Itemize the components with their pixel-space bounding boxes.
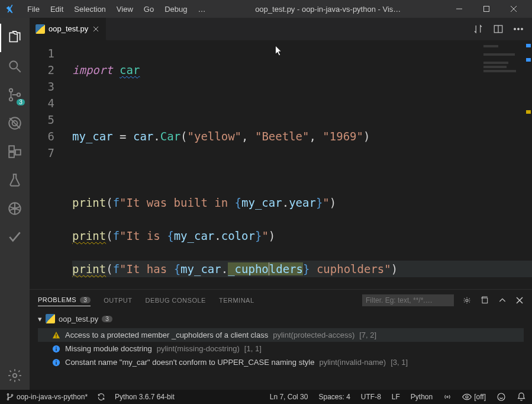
- code-line: [72, 161, 532, 178]
- close-button[interactable]: [500, 0, 527, 18]
- more-actions-icon[interactable]: [513, 27, 524, 31]
- svg-point-40: [466, 396, 468, 398]
- svg-rect-32: [56, 347, 56, 347]
- code-line: print(f"It has {my_car._cupholders} cuph…: [72, 261, 532, 277]
- menu-view[interactable]: View: [112, 2, 138, 16]
- svg-point-6: [9, 89, 12, 92]
- window-controls: [446, 0, 527, 18]
- status-preview[interactable]: [off]: [462, 393, 486, 401]
- problem-item[interactable]: Access to a protected member _cupholders…: [38, 328, 524, 342]
- problem-file-count: 3: [102, 316, 112, 322]
- menu-go[interactable]: Go: [139, 2, 159, 16]
- window-title: oop_test.py - oop-in-java-vs-python - Vi…: [210, 5, 446, 14]
- status-indent[interactable]: Spaces: 4: [318, 393, 350, 401]
- split-editor-icon[interactable]: [493, 24, 504, 34]
- code-line: [72, 95, 532, 111]
- tab-oop-test[interactable]: oop_test.py: [30, 18, 107, 40]
- status-encoding[interactable]: UTF-8: [361, 393, 381, 401]
- minimap[interactable]: [483, 45, 525, 122]
- search-icon[interactable]: [0, 52, 30, 81]
- status-sync[interactable]: [97, 393, 105, 401]
- warning-icon: [52, 331, 60, 339]
- overview-ruler[interactable]: [525, 40, 532, 289]
- svg-point-36: [7, 394, 9, 396]
- live-share-icon[interactable]: [0, 194, 30, 223]
- git-branch-icon: [6, 393, 14, 401]
- minimize-button[interactable]: [446, 0, 473, 18]
- checkmark-icon[interactable]: [0, 223, 30, 251]
- status-branch[interactable]: oop-in-java-vs-python*: [6, 393, 88, 401]
- chevron-up-icon[interactable]: [498, 296, 507, 305]
- status-python[interactable]: Python 3.6.7 64-bit: [115, 393, 175, 401]
- code-line: my_car = car.Car("yellow", "Beetle", "19…: [72, 128, 532, 145]
- code-line: import car: [72, 62, 532, 78]
- bell-icon[interactable]: [517, 392, 526, 402]
- problem-file-group[interactable]: ▾ oop_test.py 3: [38, 314, 524, 323]
- panel-tab-problems[interactable]: PROBLEMS 3: [38, 296, 91, 306]
- test-icon[interactable]: [0, 166, 30, 194]
- feedback-smiley-icon[interactable]: [496, 392, 506, 402]
- status-cursor-pos[interactable]: Ln 7, Col 30: [270, 393, 308, 401]
- eye-icon: [462, 393, 472, 400]
- svg-point-41: [498, 393, 505, 400]
- svg-point-16: [13, 374, 17, 378]
- debug-icon[interactable]: [0, 109, 30, 137]
- panel-tab-debug-console[interactable]: DEBUG CONSOLE: [145, 297, 205, 304]
- info-icon: [52, 358, 60, 367]
- svg-rect-29: [56, 336, 56, 337]
- tab-close-icon[interactable]: [92, 25, 100, 33]
- code-line: print(f"It is {my_car.color}"): [72, 227, 532, 244]
- menu-file[interactable]: File: [22, 2, 44, 16]
- titlebar: File Edit Selection View Go Debug … oop_…: [0, 0, 532, 18]
- panel-close-icon[interactable]: [515, 296, 524, 304]
- panel-tab-terminal[interactable]: TERMINAL: [219, 297, 254, 304]
- status-preview-eye[interactable]: [443, 393, 452, 401]
- menu-edit[interactable]: Edit: [46, 2, 68, 16]
- main-area: 3 oop_test.py: [0, 18, 532, 390]
- settings-gear-icon[interactable]: [0, 361, 30, 390]
- svg-line-11: [9, 118, 20, 128]
- sync-icon: [97, 393, 105, 401]
- code-editor[interactable]: 1 2 3 4 5 6 7 import car my_car = car.Ca…: [30, 40, 532, 289]
- source-control-icon[interactable]: 3: [0, 81, 30, 109]
- svg-point-38: [11, 395, 13, 396]
- collapse-all-icon[interactable]: [480, 296, 489, 305]
- tab-filename: oop_test.py: [49, 24, 88, 33]
- maximize-button[interactable]: [473, 0, 500, 18]
- svg-rect-25: [482, 298, 488, 303]
- code-line: print(f"It was built in {my_car.year}"): [72, 194, 532, 211]
- problem-item[interactable]: Constant name "my_car" doesn't conform t…: [38, 355, 524, 369]
- status-eol[interactable]: LF: [392, 393, 400, 401]
- bottom-panel: PROBLEMS 3 OUTPUT DEBUG CONSOLE TERMINAL…: [30, 289, 532, 390]
- explorer-icon[interactable]: [0, 24, 30, 52]
- problem-item[interactable]: Missing module docstring pylint(missing-…: [38, 342, 524, 355]
- svg-rect-14: [15, 150, 21, 155]
- extensions-icon[interactable]: [0, 137, 30, 166]
- panel-tabs: PROBLEMS 3 OUTPUT DEBUG CONSOLE TERMINAL: [30, 290, 532, 310]
- svg-point-24: [466, 299, 468, 302]
- problems-body: ▾ oop_test.py 3 Access to a protected me…: [30, 310, 532, 390]
- svg-point-22: [518, 28, 520, 30]
- svg-rect-28: [56, 334, 56, 336]
- menu-selection[interactable]: Selection: [69, 2, 110, 16]
- editor-group: oop_test.py 1 2 3 4 5 6 7 import car my_…: [30, 18, 532, 390]
- scm-badge: 3: [17, 99, 25, 105]
- svg-point-37: [7, 399, 9, 400]
- svg-rect-34: [56, 362, 56, 364]
- filter-settings-icon[interactable]: [462, 296, 472, 305]
- problems-filter-input[interactable]: [362, 294, 454, 306]
- code-content[interactable]: import car my_car = car.Car("yellow", "B…: [65, 40, 532, 289]
- broadcast-icon: [443, 393, 452, 401]
- chevron-down-icon: ▾: [38, 315, 42, 323]
- problems-count-badge: 3: [80, 297, 91, 303]
- python-file-icon: [46, 314, 55, 323]
- compare-changes-icon[interactable]: [473, 24, 483, 34]
- editor-actions: [473, 18, 532, 40]
- menu-more[interactable]: …: [193, 2, 210, 16]
- svg-rect-1: [484, 7, 489, 12]
- vscode-logo-icon: [5, 4, 15, 14]
- menu-debug[interactable]: Debug: [160, 2, 192, 16]
- status-language[interactable]: Python: [411, 393, 433, 401]
- panel-tab-output[interactable]: OUTPUT: [104, 297, 132, 304]
- svg-point-8: [17, 93, 20, 96]
